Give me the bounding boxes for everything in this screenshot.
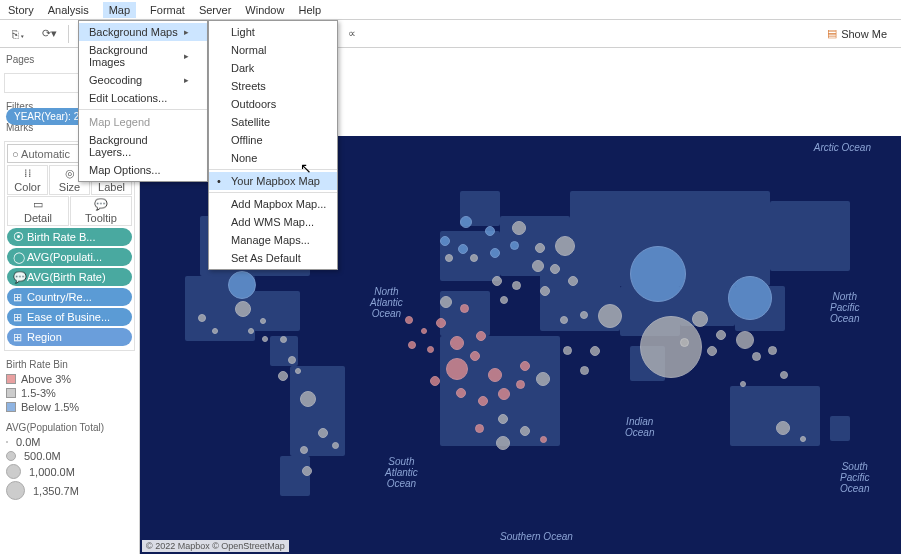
data-mark[interactable]	[456, 388, 466, 398]
legend-item[interactable]: Below 1.5%	[4, 400, 135, 414]
data-mark[interactable]	[436, 318, 446, 328]
data-mark[interactable]	[512, 221, 526, 235]
submenu-item[interactable]: Satellite	[209, 113, 337, 131]
pill[interactable]: ⊞Region	[7, 328, 132, 346]
data-mark[interactable]	[498, 388, 510, 400]
data-mark[interactable]	[198, 314, 206, 322]
data-mark[interactable]	[496, 436, 510, 450]
data-mark[interactable]	[736, 331, 754, 349]
submenu-item[interactable]: Outdoors	[209, 95, 337, 113]
data-mark[interactable]	[580, 311, 588, 319]
data-mark[interactable]	[728, 276, 772, 320]
pill[interactable]: 💬AVG(Birth Rate)	[7, 268, 132, 286]
pill[interactable]: ⊞Country/Re...	[7, 288, 132, 306]
data-mark[interactable]	[295, 368, 301, 374]
data-mark[interactable]	[318, 428, 328, 438]
data-mark[interactable]	[332, 442, 339, 449]
data-mark[interactable]	[280, 336, 287, 343]
data-mark[interactable]	[490, 248, 500, 258]
data-mark[interactable]	[520, 426, 530, 436]
data-mark[interactable]	[640, 316, 702, 378]
data-mark[interactable]	[427, 346, 434, 353]
data-mark[interactable]	[776, 421, 790, 435]
data-mark[interactable]	[430, 376, 440, 386]
data-mark[interactable]	[278, 371, 288, 381]
data-mark[interactable]	[212, 328, 218, 334]
menu-analysis[interactable]: Analysis	[48, 4, 89, 16]
legend-item[interactable]: 1.5-3%	[4, 386, 135, 400]
data-mark[interactable]	[498, 414, 508, 424]
submenu-item[interactable]: Normal	[209, 41, 337, 59]
data-mark[interactable]	[630, 246, 686, 302]
data-mark[interactable]	[300, 446, 308, 454]
data-mark[interactable]	[488, 368, 502, 382]
menu-item[interactable]: Map Options...	[79, 161, 207, 179]
menu-map[interactable]: Map	[103, 2, 136, 18]
data-mark[interactable]	[535, 243, 545, 253]
show-me-button[interactable]: ▤ Show Me	[821, 25, 893, 42]
menu-format[interactable]: Format	[150, 4, 185, 16]
pill[interactable]: ⦿Birth Rate B...	[7, 228, 132, 246]
data-mark[interactable]	[405, 316, 413, 324]
data-mark[interactable]	[460, 216, 472, 228]
menu-help[interactable]: Help	[298, 4, 321, 16]
data-mark[interactable]	[470, 351, 480, 361]
data-mark[interactable]	[560, 316, 568, 324]
legend-item[interactable]: Above 3%	[4, 372, 135, 386]
data-mark[interactable]	[300, 391, 316, 407]
data-mark[interactable]	[532, 260, 544, 272]
data-mark[interactable]	[512, 281, 521, 290]
data-mark[interactable]	[421, 328, 427, 334]
submenu-item[interactable]: Set As Default	[209, 249, 337, 267]
data-mark[interactable]	[475, 424, 484, 433]
submenu-item[interactable]: Manage Maps...	[209, 231, 337, 249]
data-mark[interactable]	[550, 264, 560, 274]
data-mark[interactable]	[716, 330, 726, 340]
menu-item[interactable]: Background Images	[79, 41, 207, 71]
data-mark[interactable]	[302, 466, 312, 476]
data-mark[interactable]	[580, 366, 589, 375]
data-mark[interactable]	[598, 304, 622, 328]
data-mark[interactable]	[780, 371, 788, 379]
data-mark[interactable]	[446, 358, 468, 380]
submenu-item[interactable]: Your Mapbox Map	[209, 172, 337, 190]
data-mark[interactable]	[536, 372, 550, 386]
data-mark[interactable]	[768, 346, 777, 355]
data-mark[interactable]	[752, 352, 761, 361]
menu-window[interactable]: Window	[245, 4, 284, 16]
data-mark[interactable]	[476, 331, 486, 341]
data-mark[interactable]	[540, 286, 550, 296]
data-mark[interactable]	[590, 346, 600, 356]
submenu-item[interactable]: Dark	[209, 59, 337, 77]
data-mark[interactable]	[235, 301, 251, 317]
data-mark[interactable]	[440, 236, 450, 246]
data-mark[interactable]	[460, 304, 469, 313]
data-mark[interactable]	[740, 381, 746, 387]
marks-color[interactable]: ⁞⁞Color	[7, 165, 48, 195]
data-mark[interactable]	[248, 328, 254, 334]
data-mark[interactable]	[500, 296, 508, 304]
data-mark[interactable]	[470, 254, 478, 262]
menu-server[interactable]: Server	[199, 4, 231, 16]
data-mark[interactable]	[445, 254, 453, 262]
refresh-icon[interactable]: ⟳▾	[38, 24, 60, 44]
data-mark[interactable]	[516, 380, 525, 389]
data-mark[interactable]	[228, 271, 256, 299]
data-mark[interactable]	[510, 241, 519, 250]
submenu-item[interactable]: Light	[209, 23, 337, 41]
data-source-icon[interactable]: ⎘▾	[8, 24, 30, 44]
data-mark[interactable]	[478, 396, 488, 406]
submenu-item[interactable]: None	[209, 149, 337, 167]
pill[interactable]: ◯AVG(Populati...	[7, 248, 132, 266]
data-mark[interactable]	[458, 244, 468, 254]
data-mark[interactable]	[680, 338, 689, 347]
marks-tooltip[interactable]: 💬Tooltip	[70, 196, 132, 226]
menu-item[interactable]: Background Layers...	[79, 131, 207, 161]
data-mark[interactable]	[568, 276, 578, 286]
data-mark[interactable]	[707, 346, 717, 356]
data-mark[interactable]	[260, 318, 266, 324]
submenu-item[interactable]: Offline	[209, 131, 337, 149]
submenu-item[interactable]: Streets	[209, 77, 337, 95]
marks-detail[interactable]: ▭Detail	[7, 196, 69, 226]
data-mark[interactable]	[408, 341, 416, 349]
